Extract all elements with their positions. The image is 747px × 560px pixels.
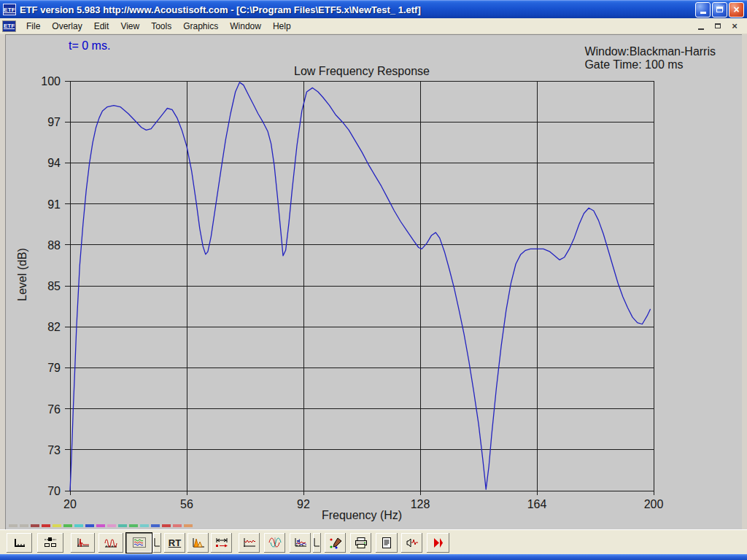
y-axis-label: Level (dB): [16, 248, 29, 301]
minimize-button[interactable]: [695, 2, 711, 18]
overlay-color-strip: [9, 524, 193, 528]
resonance-button[interactable]: [98, 532, 124, 553]
gate-sliders-icon: [43, 537, 58, 549]
menu-item-tools[interactable]: Tools: [145, 19, 177, 34]
mdi-window-controls: ×: [696, 21, 747, 31]
waterfall-button[interactable]: [187, 532, 209, 553]
svg-text:97: 97: [47, 116, 61, 128]
axis-small-button[interactable]: [152, 532, 162, 553]
toolbar: RT: [0, 529, 747, 554]
minimize-icon: [700, 12, 706, 14]
x-axis-label: Frequency (Hz): [322, 509, 402, 522]
speaker-response-button[interactable]: [289, 532, 311, 553]
gate-time-label: Gate Time: 100 ms: [584, 58, 716, 71]
svg-text:128: 128: [411, 498, 430, 510]
restore-button[interactable]: [712, 2, 727, 18]
run-button[interactable]: [426, 532, 450, 553]
overlay-color-dash: [74, 524, 83, 527]
svg-text:20: 20: [63, 498, 77, 510]
smoothed-response-button[interactable]: [238, 532, 260, 553]
chart-plot[interactable]: 70737679828588919497100205692128164200: [6, 35, 742, 532]
svg-text:164: 164: [527, 498, 547, 510]
overlay-color-dash: [118, 524, 127, 527]
menu-item-help[interactable]: Help: [267, 19, 297, 34]
waterfall-icon: [191, 537, 206, 549]
impulse-icon: [76, 537, 90, 549]
impulse-response-button[interactable]: [70, 532, 96, 553]
document-icon: [379, 537, 394, 549]
restore-icon: [716, 7, 723, 12]
close-button[interactable]: ×: [729, 2, 744, 18]
menu-items: FileOverlayEditViewToolsGraphicsWindowHe…: [20, 19, 297, 34]
mdi-restore-icon: [715, 23, 721, 28]
svg-text:70: 70: [47, 485, 61, 497]
chart-canvas[interactable]: 70737679828588919497100205692128164200 t…: [6, 35, 742, 529]
speaker-pulse-icon: [405, 537, 419, 549]
time-axis-button[interactable]: [6, 532, 33, 553]
svg-text:92: 92: [297, 498, 310, 510]
menu-item-file[interactable]: File: [20, 19, 46, 34]
mdi-close-button[interactable]: ×: [729, 21, 740, 31]
menu-item-edit[interactable]: Edit: [88, 19, 115, 34]
overlay-color-dash: [107, 524, 116, 527]
overlay-color-dash: [96, 524, 105, 527]
freq-response-icon: [132, 537, 147, 549]
svg-text:76: 76: [47, 403, 61, 416]
phase-button[interactable]: [263, 532, 286, 553]
menu-item-view[interactable]: View: [115, 19, 145, 34]
phase-sines-icon: [268, 537, 282, 549]
svg-text:200: 200: [644, 498, 664, 510]
measurement-info: Window:Blackman-Harris Gate Time: 100 ms: [584, 45, 716, 71]
axis-corner-icon: [150, 537, 165, 549]
print-button[interactable]: [349, 532, 372, 553]
svg-text:73: 73: [47, 444, 61, 456]
app-icon: ETF: [3, 4, 16, 15]
axis-small-button-2[interactable]: [312, 532, 322, 553]
measure-button[interactable]: [400, 532, 423, 553]
svg-text:94: 94: [47, 157, 61, 169]
overlay-color-dash: [151, 524, 160, 527]
overlay-color-dash: [63, 524, 72, 527]
overlay-color-dash: [31, 524, 39, 527]
notes-button[interactable]: [375, 532, 398, 553]
speaker-chart-icon: [293, 537, 308, 549]
axis-corner-icon: [310, 537, 325, 549]
chart-client-area: 70737679828588919497100205692128164200 t…: [5, 34, 742, 529]
brush-icon: [328, 537, 343, 549]
overlay-color-dash: [9, 524, 18, 527]
mdi-minimize-button[interactable]: [696, 21, 706, 31]
zigzag-icon: [242, 537, 257, 549]
gate-sliders-button[interactable]: [36, 532, 64, 553]
window-title: ETF version 5.983 http://www.Acoustisoft…: [20, 4, 695, 15]
svg-text:85: 85: [47, 280, 61, 292]
gate-span-button[interactable]: [210, 532, 233, 553]
menu-item-graphics[interactable]: Graphics: [177, 19, 224, 34]
chart-title: Low Frequency Response: [294, 65, 430, 78]
application-window: ETF ETF version 5.983 http://www.Acousti…: [0, 0, 747, 560]
mdi-restore-button[interactable]: [713, 21, 723, 31]
overlay-color-dash: [42, 524, 50, 527]
svg-text:56: 56: [180, 498, 193, 510]
menu-bar: ETF FileOverlayEditViewToolsGraphicsWind…: [0, 18, 747, 34]
overlay-color-dash: [129, 524, 138, 527]
oscillation-icon: [104, 537, 118, 549]
svg-text:88: 88: [47, 239, 61, 252]
menu-item-window[interactable]: Window: [224, 19, 267, 34]
overlay-color-dash: [162, 524, 171, 527]
mdi-system-icon[interactable]: ETF: [2, 20, 16, 32]
overlay-color-dash: [173, 524, 182, 527]
span-arrows-icon: [214, 537, 229, 549]
svg-text:91: 91: [47, 198, 61, 211]
frequency-response-button[interactable]: [125, 532, 152, 553]
menu-item-overlay[interactable]: Overlay: [46, 19, 88, 34]
window-controls: ×: [695, 2, 744, 18]
window-function-label: Window:Blackman-Harris: [584, 45, 716, 58]
rt60-button[interactable]: RT: [163, 532, 186, 553]
svg-text:100: 100: [41, 75, 61, 88]
rt60-button-label: RT: [169, 537, 181, 548]
svg-text:79: 79: [47, 362, 61, 374]
time-axis-icon: [12, 537, 27, 549]
overlay-color-dash: [140, 524, 149, 527]
colors-button[interactable]: [324, 532, 347, 553]
overlay-color-dash: [20, 524, 28, 527]
